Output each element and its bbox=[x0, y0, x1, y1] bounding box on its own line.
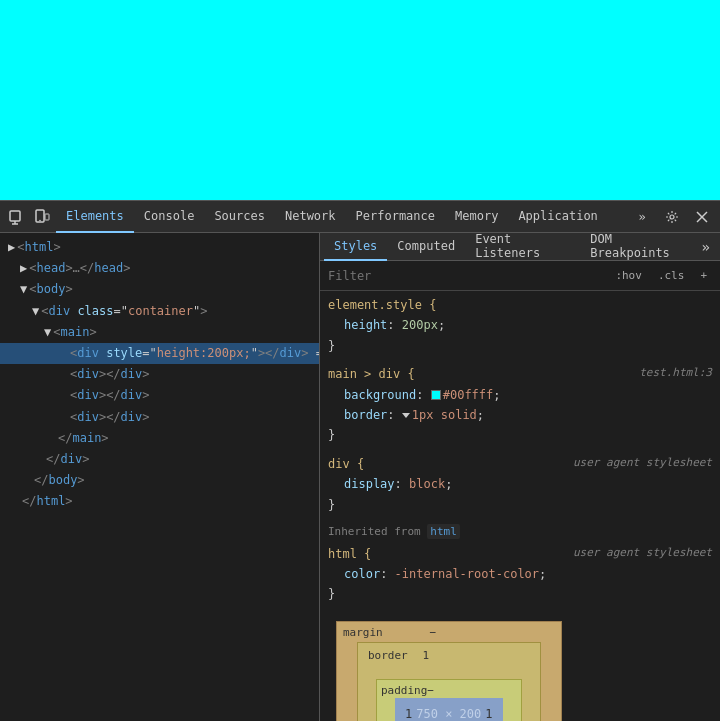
add-style-button[interactable]: + bbox=[695, 267, 712, 284]
css-close-brace-2: } bbox=[328, 425, 712, 445]
css-selector-line-3[interactable]: div { user agent stylesheet bbox=[328, 454, 712, 474]
css-property-color[interactable]: color: -internal-root-color; bbox=[328, 564, 712, 584]
top-tab-bar: Elements Console Sources Network Perform… bbox=[0, 201, 720, 233]
svg-rect-0 bbox=[10, 211, 20, 221]
inspect-icon[interactable] bbox=[4, 205, 28, 229]
css-close-brace: } bbox=[328, 336, 712, 356]
filter-input[interactable] bbox=[328, 269, 604, 283]
svg-rect-4 bbox=[45, 214, 49, 220]
more-tabs-icon[interactable]: » bbox=[630, 205, 654, 229]
box-model: margin − border 1 padding− bbox=[328, 613, 712, 721]
css-block-div-ua: div { user agent stylesheet display: blo… bbox=[328, 454, 712, 515]
expand-arrow[interactable]: ▶ bbox=[20, 261, 27, 275]
svg-point-5 bbox=[39, 219, 41, 221]
dom-line-head[interactable]: ▶<head>…</head> bbox=[0, 258, 319, 279]
box-model-margin: margin − border 1 padding− bbox=[336, 621, 562, 721]
css-selector-line[interactable]: element.style { bbox=[328, 295, 712, 315]
inherited-from-label: Inherited from html bbox=[328, 523, 712, 542]
sub-tab-styles[interactable]: Styles bbox=[324, 233, 387, 261]
sub-tab-event-listeners[interactable]: Event Listeners bbox=[465, 233, 580, 261]
cls-button[interactable]: .cls bbox=[653, 267, 690, 284]
dom-line-div-close[interactable]: </div> bbox=[0, 449, 319, 470]
css-block-html-ua: html { user agent stylesheet color: -int… bbox=[328, 544, 712, 605]
dom-line-div3[interactable]: <div></div> bbox=[0, 385, 319, 406]
dom-line-div2[interactable]: <div></div> bbox=[0, 364, 319, 385]
padding-label: padding− bbox=[381, 682, 434, 701]
settings-icon[interactable] bbox=[660, 205, 684, 229]
css-close-brace-4: } bbox=[328, 584, 712, 604]
tab-sources[interactable]: Sources bbox=[204, 201, 275, 233]
expand-arrow[interactable]: ▶ bbox=[8, 240, 15, 254]
right-val: 1 bbox=[481, 704, 496, 721]
sub-tab-computed[interactable]: Computed bbox=[387, 233, 465, 261]
box-model-padding: padding− 1 750 × 200 1 1 bbox=[376, 679, 522, 721]
margin-label: margin − bbox=[343, 624, 436, 643]
dom-line-selected-div[interactable]: <div style="height:200px;"></div> == $0 bbox=[0, 343, 319, 364]
dom-line-container[interactable]: ▼<div class="container"> bbox=[0, 301, 319, 322]
css-block-main-div: main > div { test.html:3 background: #00… bbox=[328, 364, 712, 446]
dom-line-div4[interactable]: <div></div> bbox=[0, 407, 319, 428]
css-selector-line-4[interactable]: html { user agent stylesheet bbox=[328, 544, 712, 564]
dom-line-html[interactable]: ▶<html> bbox=[0, 237, 319, 258]
tab-performance[interactable]: Performance bbox=[346, 201, 445, 233]
box-model-border: border 1 padding− 1 750 × 200 1 bbox=[357, 642, 541, 721]
sub-tab-bar: Styles Computed Event Listeners DOM Brea… bbox=[320, 233, 720, 261]
styles-content: element.style { height: 200px; } main > … bbox=[320, 291, 720, 721]
dom-line-main[interactable]: ▼<main> bbox=[0, 322, 319, 343]
box-model-content: 1 750 × 200 1 1 bbox=[395, 698, 503, 721]
tab-memory[interactable]: Memory bbox=[445, 201, 508, 233]
svg-point-6 bbox=[670, 215, 674, 219]
main-panel: ▶<html> ▶<head>…</head> ▼<body> ▼<div cl… bbox=[0, 233, 720, 721]
top-right-icons: » bbox=[630, 205, 716, 229]
styles-panel: Styles Computed Event Listeners DOM Brea… bbox=[320, 233, 720, 721]
css-block-element-style: element.style { height: 200px; } bbox=[328, 295, 712, 356]
dom-line-body-close[interactable]: </body> bbox=[0, 470, 319, 491]
expand-arrow[interactable]: ▼ bbox=[20, 282, 27, 296]
left-val: 1 bbox=[401, 704, 416, 721]
filter-bar: :hov .cls + bbox=[320, 261, 720, 291]
dom-line-html-close[interactable]: </html> bbox=[0, 491, 319, 512]
sub-tab-more-icon[interactable]: » bbox=[696, 239, 716, 255]
css-close-brace-3: } bbox=[328, 495, 712, 515]
tab-elements[interactable]: Elements bbox=[56, 201, 134, 233]
dom-line-main-close[interactable]: </main> bbox=[0, 428, 319, 449]
size-value: 750 × 200 bbox=[416, 704, 481, 721]
close-icon[interactable] bbox=[690, 205, 714, 229]
border-expand-arrow[interactable] bbox=[402, 413, 410, 418]
sub-tab-dom-breakpoints[interactable]: DOM Breakpoints bbox=[580, 233, 695, 261]
devtools-panel: Elements Console Sources Network Perform… bbox=[0, 200, 720, 721]
dom-tree-panel: ▶<html> ▶<head>…</head> ▼<body> ▼<div cl… bbox=[0, 233, 320, 721]
tab-network[interactable]: Network bbox=[275, 201, 346, 233]
expand-arrow[interactable]: ▼ bbox=[32, 304, 39, 318]
device-icon[interactable] bbox=[30, 205, 54, 229]
tab-console[interactable]: Console bbox=[134, 201, 205, 233]
css-property-height[interactable]: height: 200px; bbox=[328, 315, 712, 335]
dom-line-body[interactable]: ▼<body> bbox=[0, 279, 319, 300]
preview-area bbox=[0, 0, 720, 200]
css-property-background[interactable]: background: #00ffff; bbox=[328, 385, 712, 405]
color-swatch[interactable] bbox=[431, 390, 441, 400]
css-property-border[interactable]: border: 1px solid; bbox=[328, 405, 712, 425]
css-selector-line-2[interactable]: main > div { test.html:3 bbox=[328, 364, 712, 384]
tab-application[interactable]: Application bbox=[508, 201, 607, 233]
css-property-display[interactable]: display: block; bbox=[328, 474, 712, 494]
hov-button[interactable]: :hov bbox=[610, 267, 647, 284]
expand-arrow[interactable]: ▼ bbox=[44, 325, 51, 339]
